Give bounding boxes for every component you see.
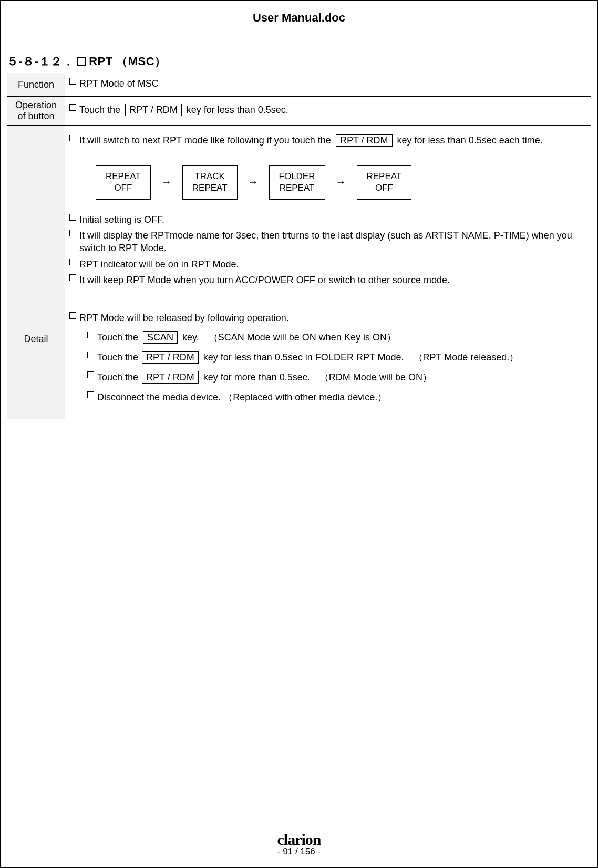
spacer <box>69 290 586 311</box>
operation-label-l1: Operation <box>15 100 57 110</box>
function-text: RPT Mode of MSC <box>79 77 159 90</box>
arrow-right-icon: → <box>248 176 259 188</box>
checkbox-icon <box>69 214 76 221</box>
section-number: ５-８-１２． <box>7 54 74 69</box>
text-fragment: key. （SCAN Mode will be ON when Key is O… <box>182 332 396 343</box>
key-rpt-rdm: RPT / RDM <box>125 104 182 116</box>
text-fragment: key for more than 0.5sec. （RDM Mode will… <box>203 372 432 383</box>
bullet-b: It will display the RPTmode name for 3se… <box>79 229 586 255</box>
text-fragment: REPEAT <box>367 171 402 181</box>
key-rpt-rdm: RPT / RDM <box>142 371 199 384</box>
checkbox-icon <box>69 78 76 85</box>
document-title: User Manual.doc <box>1 1 597 25</box>
checkbox-icon <box>69 259 76 265</box>
checkbox-icon <box>69 274 76 281</box>
operation-label-l2: of button <box>17 111 54 121</box>
checkbox-icon <box>87 371 94 378</box>
flow-box-repeat-off-2: REPEAT OFF <box>357 165 412 200</box>
checkbox-icon <box>69 104 76 111</box>
spec-table: Function RPT Mode of MSC Operation of bu… <box>7 73 591 419</box>
checkbox-icon <box>87 391 94 398</box>
checkbox-icon <box>87 352 94 358</box>
detail-intro-text: It will switch to next RPT mode like fol… <box>79 134 543 147</box>
arrow-right-icon: → <box>336 176 346 188</box>
text-fragment: key for less than 0.5sec each time. <box>397 135 543 146</box>
key-rpt-rdm: RPT / RDM <box>142 351 199 364</box>
text-fragment: REPEAT <box>192 183 228 193</box>
brand-logo: clarion <box>1 831 597 849</box>
section-title: RPT （MSC） <box>89 54 167 69</box>
text-fragment: TRACK <box>194 171 225 181</box>
release-item-2: Touch the RPT / RDM key for less than 0.… <box>97 351 519 364</box>
checkbox-icon <box>69 312 76 319</box>
page-frame: User Manual.doc ５-８-１２． RPT （MSC） Functi… <box>0 0 598 868</box>
key-scan: SCAN <box>143 331 178 344</box>
text-fragment: Touch the <box>97 332 138 343</box>
page-number: - 91 / 156 - <box>1 846 597 857</box>
operation-cell: Touch the RPT / RDM key for less than 0.… <box>65 97 591 126</box>
flow-box-repeat-off: REPEAT OFF <box>96 165 151 200</box>
operation-label: Operation of button <box>7 97 65 126</box>
page-footer: clarion - 91 / 156 - <box>1 831 597 857</box>
checkbox-icon <box>69 230 76 236</box>
text-fragment: Touch the <box>79 105 120 115</box>
flow-box-track-repeat: TRACK REPEAT <box>182 165 238 200</box>
release-intro: RPT Mode will be released by following o… <box>79 312 289 324</box>
text-fragment: REPEAT <box>280 183 315 193</box>
checkbox-icon <box>77 57 86 66</box>
text-fragment: It will switch to next RPT mode like fol… <box>79 135 331 146</box>
arrow-right-icon: → <box>161 176 172 188</box>
text-fragment: FOLDER <box>279 171 315 181</box>
release-item-4: Disconnect the media device. （Replaced w… <box>97 391 387 404</box>
release-item-3: Touch the RPT / RDM key for more than 0.… <box>97 371 432 384</box>
text-fragment: Touch the <box>97 372 138 383</box>
detail-cell: It will switch to next RPT mode like fol… <box>65 126 591 419</box>
flow-box-folder-repeat: FOLDER REPEAT <box>269 165 325 200</box>
section-heading: ５-８-１２． RPT （MSC） <box>7 54 591 73</box>
checkbox-icon <box>87 332 94 338</box>
text-fragment: OFF <box>375 183 393 193</box>
mode-flow-diagram: REPEAT OFF → TRACK REPEAT → FOLDER REPEA… <box>69 150 586 212</box>
function-cell: RPT Mode of MSC <box>65 73 591 97</box>
operation-text: Touch the RPT / RDM key for less than 0.… <box>79 104 288 116</box>
checkbox-icon <box>69 135 76 141</box>
detail-label: Detail <box>7 126 65 419</box>
text-fragment: REPEAT <box>106 171 141 181</box>
key-rpt-rdm: RPT / RDM <box>336 134 393 147</box>
release-item-1: Touch the SCAN key. （SCAN Mode will be O… <box>97 331 396 344</box>
bullet-a: Initial setting is OFF. <box>79 213 164 226</box>
bullet-d: It will keep RPT Mode when you turn ACC/… <box>79 274 450 286</box>
bullet-c: RPT indicator will be on in RPT Mode. <box>79 258 239 271</box>
function-label: Function <box>7 73 65 97</box>
text-fragment: OFF <box>114 183 132 193</box>
content-area: ５-８-１２． RPT （MSC） Function RPT Mode of M… <box>1 25 597 419</box>
text-fragment: Touch the <box>97 352 138 363</box>
text-fragment: key for less than 0.5sec in FOLDER RPT M… <box>203 352 519 363</box>
text-fragment: key for less than 0.5sec. <box>187 105 288 115</box>
